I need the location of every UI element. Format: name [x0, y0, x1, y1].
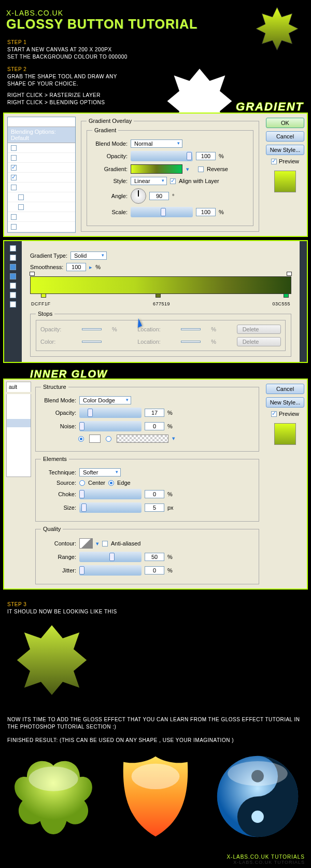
style-checkbox[interactable] [11, 224, 17, 230]
preview-checkbox[interactable] [271, 159, 277, 164]
inner-glow-panel: INNER GLOW ault Structure Blend Mode: Co… [3, 379, 308, 590]
step-3-text: IT SHOULD NOW BE LOOKING LIKE THIS [7, 608, 304, 615]
choke-label: Choke: [41, 491, 76, 497]
notes: NOW ITS TIME TO ADD THE GLOSS EFFECT THA… [0, 703, 311, 747]
style-item-label: Satin [19, 214, 32, 220]
footer: X-LABS.CO.UK TUTORIALS X-LABS.CO.UK TUTO… [0, 851, 311, 868]
color-stop-1[interactable] [41, 293, 47, 301]
style-label: Style: [92, 178, 128, 184]
source-center-radio[interactable] [79, 480, 85, 486]
footer-line-1: X-LABS.CO.UK TUTORIALS [6, 854, 305, 860]
gradient-type-select[interactable]: Solid [70, 251, 107, 260]
delete-opacity-stop: Delete [237, 325, 281, 334]
ig-opacity-slider[interactable] [79, 408, 142, 418]
step-1-text-b: SET THE BACKGROUND COLOUR TO 000000 [7, 53, 304, 61]
gradient-swatch[interactable] [131, 164, 182, 174]
style-item-inner-glow[interactable]: Inner Glow [8, 173, 75, 183]
contour-swatch[interactable] [79, 538, 93, 549]
styles-title[interactable]: Styles [8, 117, 75, 127]
step-2-label: STEP 2 [7, 66, 304, 73]
style-item-bevel-and-emboss[interactable]: Bevel and Emboss [8, 183, 75, 192]
quality-legend: Quality [41, 526, 63, 532]
ig-blend-select[interactable]: Color Dodge [79, 396, 131, 404]
opacity-slider[interactable] [131, 151, 193, 161]
style-checkbox[interactable] [11, 155, 17, 161]
blend-mode-select[interactable]: Normal [131, 139, 182, 148]
stop-hex-3: 03C555 [272, 301, 290, 306]
scale-slider[interactable] [131, 207, 193, 217]
style-item-contour[interactable]: Contour [8, 192, 75, 202]
gradient-overlay-main: Gradient Overlay Gradient Blend Mode: No… [79, 114, 263, 236]
pct-3: % [95, 264, 101, 270]
ig-noise-input[interactable]: 0 [145, 422, 164, 430]
inner-glow-header: INNER GLOW [30, 368, 108, 380]
style-checkbox[interactable] [11, 214, 17, 220]
cancel-button[interactable]: Cancel [266, 131, 304, 142]
jitter-input[interactable]: 0 [145, 566, 164, 575]
ig-opacity-label: Opacity: [41, 410, 76, 416]
align-checkbox[interactable] [170, 178, 176, 184]
color-radio[interactable] [78, 436, 84, 442]
style-item-outer-glow[interactable]: Outer Glow [8, 163, 75, 173]
ig-noise-slider[interactable] [79, 421, 142, 431]
source-label: Source: [41, 480, 76, 486]
opacity-stop-right[interactable] [287, 272, 292, 277]
gradient-bar[interactable] [30, 276, 291, 294]
style-checkbox[interactable] [11, 175, 17, 180]
stop-location-input [181, 328, 201, 330]
new-style-button-2[interactable]: New Style... [266, 397, 304, 408]
yinyang-shape [214, 752, 302, 841]
style-select[interactable]: Linear [131, 177, 167, 185]
range-input[interactable]: 50 [145, 553, 164, 561]
stop-color-label: Color: [40, 339, 78, 345]
jitter-slider[interactable] [79, 565, 142, 576]
stop-hex-2: 677519 [153, 301, 170, 306]
size-slider[interactable] [79, 502, 142, 513]
style-item-label: Drop Shadow [19, 145, 53, 151]
cancel-button-2[interactable]: Cancel [266, 384, 304, 394]
angle-label: Angle: [92, 193, 128, 199]
blending-default[interactable]: Blending Options: Default [8, 127, 75, 143]
style-item-drop-shadow[interactable]: Drop Shadow [8, 143, 75, 153]
gradient-picker[interactable] [117, 435, 168, 443]
style-item-texture[interactable]: Texture [8, 202, 75, 212]
size-input[interactable]: 5 [145, 503, 164, 512]
reverse-checkbox[interactable] [198, 166, 204, 172]
preview-label-2: Preview [279, 411, 299, 417]
style-item-color-overlay[interactable]: Color Overlay [8, 222, 75, 232]
scale-input[interactable]: 100 [196, 208, 216, 216]
inner-glow-sidebar: ault [4, 380, 33, 589]
style-checkbox[interactable] [11, 185, 17, 190]
range-slider[interactable] [79, 552, 142, 562]
aa-checkbox[interactable] [102, 541, 108, 547]
opacity-input[interactable]: 100 [196, 152, 216, 160]
style-checkbox[interactable] [18, 194, 24, 200]
gradient-radio[interactable] [106, 436, 111, 442]
stops-fieldset: Stops Opacity: % Location: % Delete Colo… [30, 311, 291, 357]
svg-marker-0 [256, 7, 298, 50]
new-style-button[interactable]: New Style... [266, 145, 304, 155]
smoothness-input[interactable]: 100 [66, 263, 86, 271]
stop-hex-1: DCFF1F [31, 301, 51, 306]
gradient-inner-legend: Gradient [92, 127, 118, 133]
choke-input[interactable]: 0 [145, 490, 164, 498]
color-stop-2[interactable] [156, 293, 162, 301]
size-label: Size: [41, 505, 76, 511]
angle-input[interactable]: 90 [149, 192, 169, 200]
ig-opacity-input[interactable]: 17 [145, 409, 164, 417]
style-item-inner-shadow[interactable]: Inner Shadow [8, 153, 75, 163]
angle-dial[interactable] [131, 188, 146, 204]
opacity-stop-left[interactable] [30, 272, 35, 277]
choke-slider[interactable] [79, 489, 142, 499]
style-checkbox[interactable] [11, 165, 17, 171]
color-well[interactable] [89, 435, 101, 443]
style-checkbox[interactable] [18, 204, 24, 210]
style-item-satin[interactable]: Satin [8, 212, 75, 222]
technique-select[interactable]: Softer [79, 468, 121, 477]
style-checkbox[interactable] [11, 145, 17, 151]
color-stop-3[interactable] [284, 293, 290, 301]
preview-checkbox-2[interactable] [271, 411, 277, 417]
source-edge-radio[interactable] [108, 480, 114, 486]
step-3: STEP 3 IT SHOULD NOW BE LOOKING LIKE THI… [0, 593, 311, 619]
ok-button[interactable]: OK [266, 118, 304, 128]
